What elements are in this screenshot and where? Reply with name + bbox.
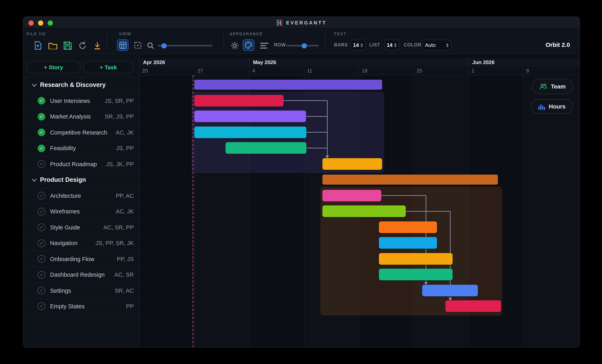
team-button[interactable]: Team [532,79,573,94]
today-line [193,75,194,347]
zoom-slider-knob[interactable] [161,43,166,48]
task-label: Dashboard Redesign [50,272,105,278]
table-view-button[interactable] [117,39,129,51]
view-section-label: VIEW [119,32,131,36]
task-done-icon[interactable]: ✓ [38,145,45,152]
task-todo-icon[interactable]: ✓ [38,255,45,263]
task-assignees: PP [126,303,134,310]
row-slider-knob[interactable] [302,43,307,48]
task-bar[interactable] [194,95,284,107]
task-todo-icon[interactable]: ✓ [38,160,45,168]
list-label: LIST [369,43,380,47]
task-bar[interactable] [379,253,453,265]
task-label: Settings [50,288,71,294]
open-folder-icon[interactable] [48,41,58,51]
task-bar[interactable] [194,111,306,122]
task-bar[interactable] [323,190,381,201]
task-todo-icon[interactable]: ✓ [38,302,45,310]
task-todo-icon[interactable]: ✓ [38,224,45,231]
task-bar[interactable] [323,158,382,170]
task-row[interactable]: ✓Onboarding FlowPP, JS [23,251,139,267]
chevron-down-icon[interactable] [32,82,37,87]
task-label: User Interviews [50,98,90,104]
row-slider[interactable] [286,45,319,46]
new-file-icon[interactable] [33,41,43,51]
task-todo-icon[interactable]: ✓ [38,192,45,200]
zoom-slider[interactable] [158,45,213,46]
appearance-section-label: APPEARANCE [229,32,263,36]
task-assignees: AC, JK [116,129,134,136]
task-bar[interactable] [446,300,501,312]
bars-size-stepper[interactable]: 14 [350,40,366,51]
task-row[interactable]: ✓WireframesAC, JK [23,203,139,219]
task-todo-icon[interactable]: ✓ [38,239,45,247]
task-row[interactable]: ✓User InterviewsJS, SR, PP [23,93,139,108]
task-assignees: JS, SR, PP [105,98,134,104]
task-done-icon[interactable]: ✓ [38,97,45,105]
task-todo-icon[interactable]: ✓ [38,271,45,279]
month-cell: Apr 2026 [140,58,249,67]
task-label: Product Roadmap [50,161,97,167]
task-todo-icon[interactable]: ✓ [38,287,45,295]
hours-button[interactable]: Hours [531,99,573,114]
add-task-button[interactable]: + Task [83,61,134,73]
stepper-chevrons-icon[interactable] [360,43,363,47]
file-io-section-label: FILE I/O [26,32,46,36]
week-tick: 18 [359,67,414,75]
task-row[interactable]: ✓Dashboard RedesignAC, SR [23,267,139,282]
task-todo-icon[interactable]: ✓ [38,208,45,215]
light-mode-icon[interactable] [230,41,239,51]
month-cell: Jun 2026 [468,58,580,67]
task-row[interactable]: ✓Competitive ResearchAC, JK [23,124,139,140]
task-done-icon[interactable]: ✓ [38,129,45,136]
task-assignees: SR, JS, PP [105,114,134,120]
add-story-button[interactable]: + Story [26,61,81,73]
task-row[interactable]: ✓SettingsSR, AC [23,282,139,298]
color-label: COLOR [404,43,421,47]
task-done-icon[interactable]: ✓ [38,113,45,120]
sidebar: + Story + Task Research & Discovery✓User… [23,54,140,347]
stepper-chevrons-icon[interactable] [394,43,397,47]
chevron-down-icon[interactable] [32,177,37,182]
task-assignees: JS, PP [116,145,134,151]
story-summary-bar[interactable] [323,175,498,185]
task-label: Onboarding Flow [50,256,94,262]
task-bar[interactable] [422,285,478,296]
task-row[interactable]: ✓NavigationJS, PP, SR, JK [23,235,139,251]
save-icon[interactable] [63,41,73,51]
refresh-icon[interactable] [78,41,87,51]
color-select[interactable]: Auto [422,40,452,51]
task-row[interactable]: ✓ArchitecturePP, AC [23,188,139,203]
app-title: EVERGANTT [286,20,327,25]
task-bar[interactable] [323,206,406,217]
group-header[interactable]: Product Design [23,172,139,188]
week-tick: 1 [468,67,523,75]
task-label: Feasibility [50,145,76,151]
task-row[interactable]: ✓FeasibilityJS, PP [23,140,139,156]
task-bar[interactable] [379,221,437,233]
task-row[interactable]: ✓Empty StatesPP [23,298,139,314]
palette-icon [245,41,252,49]
week-tick: 27 [194,67,249,75]
export-icon[interactable] [93,41,102,51]
task-row[interactable]: ✓Product RoadmapJS, JK, PP [23,156,139,172]
task-bar[interactable] [379,237,437,249]
week-tick: 11 [304,67,359,75]
hours-button-label: Hours [549,103,566,110]
desktop: EVERGANTT FILE I/O VIEW [0,0,602,364]
story-summary-bar[interactable] [194,80,382,90]
group-title: Research & Discovery [40,82,106,89]
frame-view-button[interactable] [132,39,143,51]
gantt-body [140,75,580,347]
task-bar[interactable] [194,127,307,138]
search-icon[interactable] [146,41,155,51]
palette-button[interactable] [243,39,254,51]
week-tick: 4 [249,67,304,75]
task-row[interactable]: ✓Market AnalysisSR, JS, PP [23,108,139,124]
task-row[interactable]: ✓Style GuideAC, SR, PP [23,219,139,235]
row-lines-icon[interactable] [259,41,269,51]
group-header[interactable]: Research & Discovery [23,77,139,93]
task-bar[interactable] [379,269,453,280]
task-bar[interactable] [226,142,307,154]
list-size-stepper[interactable]: 14 [384,40,399,51]
